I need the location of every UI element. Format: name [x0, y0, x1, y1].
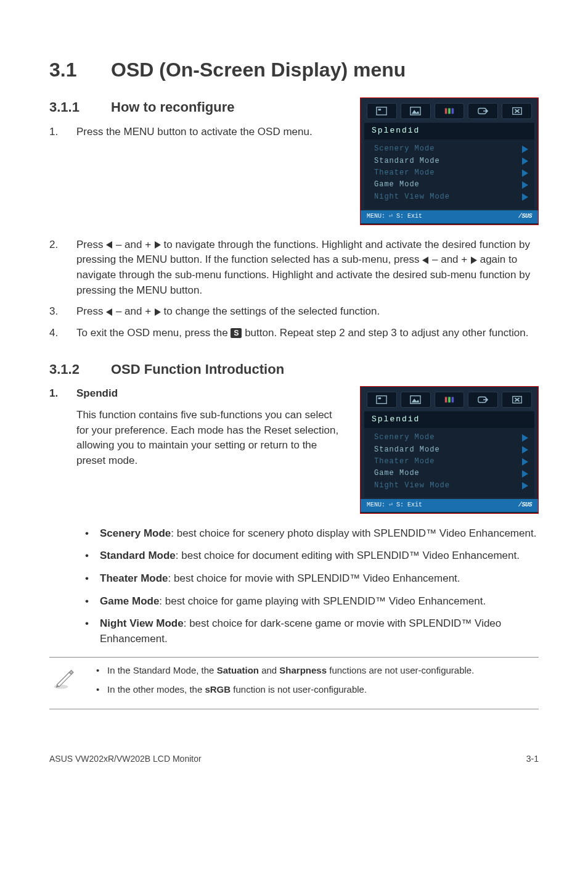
svg-rect-1: [378, 109, 382, 111]
mode-scenery: Scenery Mode: best choice for scenery ph…: [76, 526, 539, 542]
mode-theater: Theater Mode: best choice for movie with…: [76, 571, 539, 587]
subheading-title: How to reconfigure: [111, 99, 234, 115]
svg-rect-10: [378, 398, 382, 400]
osd-item-label: Theater Mode: [374, 456, 435, 467]
text-bold: Satuation: [217, 665, 259, 675]
svg-point-18: [54, 685, 68, 689]
chevron-right-icon: [522, 146, 528, 153]
osd-footer-logo: /SUS: [518, 212, 532, 221]
svg-rect-4: [445, 109, 447, 114]
triangle-right-icon: [155, 241, 161, 249]
subheading-title: OSD Function Introduction: [111, 361, 284, 377]
footer-page-number: 3-1: [526, 753, 539, 765]
text-fragment: functions are not user-configurable.: [327, 665, 474, 675]
mode-name: Night View Mode: [100, 617, 184, 629]
osd-item: Game Mode: [364, 468, 534, 479]
subheading-number: 3.1.2: [49, 360, 111, 379]
svg-rect-9: [377, 396, 386, 404]
chevron-right-icon: [522, 157, 528, 165]
osd-item-label: Standard Mode: [374, 445, 440, 455]
page-footer: ASUS VW202xR/VW202B LCD Monitor 3-1: [49, 753, 539, 765]
mode-name: Game Mode: [100, 595, 159, 607]
mode-desc: : best choice for movie with SPLENDID™ V…: [168, 572, 460, 584]
step-1: 1. Press the MENU button to activate the…: [49, 125, 341, 140]
step-marker: 2.: [49, 237, 76, 299]
triangle-left-icon: [106, 308, 112, 316]
osd-footer-left: MENU: ⏎ S: Exit: [367, 501, 422, 510]
step-text: Press – and + to navigate through the fu…: [76, 237, 539, 299]
osd-screenshot-2: Splendid Scenery Mode Standard Mode Thea…: [360, 386, 539, 513]
osd-item: Theater Mode: [364, 456, 534, 468]
svg-rect-13: [445, 397, 447, 403]
mode-desc: : best choice for document editing with …: [176, 550, 520, 561]
osd-item-label: Game Mode: [374, 468, 420, 479]
pencil-note-icon: [49, 664, 79, 691]
mode-name: Theater Mode: [100, 572, 168, 584]
osd-tab-image-icon: [401, 103, 431, 119]
mode-game: Game Mode: best choice for game playing …: [76, 594, 539, 609]
step-text: To exit the OSD menu, press the S button…: [76, 326, 539, 341]
osd-item: Game Mode: [364, 179, 534, 191]
chevron-right-icon: [522, 193, 528, 200]
osd-footer-left: MENU: ⏎ S: Exit: [367, 212, 422, 221]
osd-item-label: Scenery Mode: [374, 432, 435, 443]
osd-item-label: Game Mode: [374, 179, 420, 190]
triangle-left-icon: [106, 241, 112, 249]
osd-tab-color-icon: [435, 103, 465, 119]
note-box: In the Standard Mode, the Satuation and …: [49, 657, 539, 710]
osd-item: Night View Mode: [364, 191, 534, 203]
step-2: 2. Press – and + to navigate through the…: [49, 237, 539, 299]
triangle-right-icon: [471, 257, 477, 264]
chevron-right-icon: [522, 470, 528, 477]
osd-item: Theater Mode: [364, 167, 534, 179]
svg-marker-12: [412, 399, 420, 403]
s-button-icon: S: [231, 328, 242, 338]
osd-item: Standard Mode: [364, 155, 534, 167]
text-fragment: – and +: [113, 305, 154, 317]
osd-item: Night View Mode: [364, 480, 534, 492]
osd-screenshot-1: Splendid Scenery Mode Standard Mode Thea…: [360, 97, 539, 225]
text-fragment: – and +: [113, 239, 154, 250]
splendid-description: This function contains five sub-function…: [49, 408, 341, 469]
osd-tab-exit-icon: [502, 103, 532, 119]
subheading-number: 3.1.1: [49, 97, 111, 117]
osd-title: Splendid: [364, 123, 534, 139]
osd-title: Splendid: [364, 411, 534, 428]
chevron-right-icon: [522, 434, 528, 442]
text-fragment: To exit the OSD menu, press the: [76, 327, 231, 339]
svg-rect-6: [452, 109, 454, 114]
step-marker: 1.: [49, 125, 76, 140]
svg-rect-15: [452, 397, 454, 403]
osd-tab-input-icon: [468, 103, 498, 119]
osd-tab-splendid-icon: [367, 392, 397, 408]
text-fragment: Press: [76, 239, 106, 250]
osd-item-label: Scenery Mode: [374, 144, 435, 154]
text-fragment: In the Standard Mode, the: [107, 665, 217, 675]
osd-footer-logo: /SUS: [518, 501, 532, 510]
mode-standard: Standard Mode: best choice for document …: [76, 548, 539, 564]
text-fragment: to change the settings of the selected f…: [161, 305, 380, 317]
chevron-right-icon: [522, 482, 528, 490]
text-fragment: Press: [76, 305, 106, 317]
osd-item: Standard Mode: [364, 444, 534, 456]
chevron-right-icon: [522, 446, 528, 453]
svg-marker-3: [412, 110, 420, 114]
osd-item-label: Night View Mode: [374, 192, 450, 202]
osd-tab-exit-icon: [502, 392, 532, 408]
text-bold: sRGB: [205, 684, 231, 695]
svg-rect-14: [448, 397, 451, 403]
step-text: Press – and + to change the settings of …: [76, 304, 539, 320]
text-bold: Sharpness: [279, 665, 327, 675]
osd-tab-splendid-icon: [367, 103, 397, 119]
mode-night: Night View Mode: best choice for dark-sc…: [76, 616, 539, 646]
mode-name: Scenery Mode: [100, 527, 171, 539]
chevron-right-icon: [522, 181, 528, 189]
page-heading: 3.1OSD (On-Screen Display) menu: [49, 56, 539, 84]
chevron-right-icon: [522, 458, 528, 466]
step-3: 3. Press – and + to change the settings …: [49, 304, 539, 320]
item-title: Spendid: [76, 386, 118, 402]
osd-item-label: Theater Mode: [374, 168, 435, 178]
heading-title: OSD (On-Screen Display) menu: [111, 59, 406, 81]
svg-rect-5: [448, 109, 451, 114]
text-fragment: function is not user-configurable.: [231, 684, 367, 695]
